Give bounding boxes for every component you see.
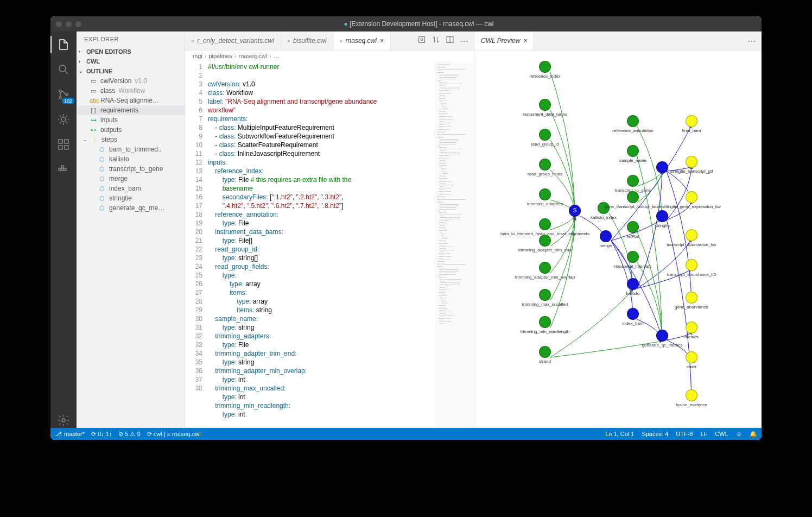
tab-rnaseq-cwl[interactable]: ▫rnaseq.cwl ×	[333, 31, 391, 50]
graph-preview[interactable]: reference_indexinstrument_data_bamsread_…	[474, 51, 762, 428]
graph-node-trimming_adapter_min_overlap[interactable]	[539, 262, 551, 274]
outline-cwlVersion[interactable]: ▭cwlVersion v1.0	[78, 76, 185, 86]
svg-point-13	[62, 419, 65, 422]
graph-node-kallisto[interactable]	[627, 278, 639, 290]
graph-node-S[interactable]: S	[569, 205, 581, 217]
graph-node-generate_qc_metrics[interactable]	[656, 330, 668, 342]
feedback-icon[interactable]: ☺	[736, 431, 742, 438]
graph-node-index_bam[interactable]	[627, 308, 639, 320]
tab-bisulfite-cwl[interactable]: ▫bisulfite.cwl	[281, 31, 334, 50]
graph-node-transcript_abundance_h5[interactable]	[686, 259, 697, 271]
traffic-lights[interactable]	[56, 21, 81, 27]
debug-icon[interactable]	[56, 112, 71, 127]
graph-node-reference_index[interactable]	[539, 61, 551, 73]
git-sync[interactable]: ⟳ 0↓ 1↑	[91, 431, 112, 438]
compare-icon[interactable]	[432, 35, 440, 46]
svg-rect-8	[65, 146, 68, 149]
graph-node-trimming_max_uncalled[interactable]	[539, 289, 551, 301]
svg-rect-12	[61, 166, 64, 168]
graph-node-gene_transcript_lookup_table[interactable]	[627, 191, 639, 203]
graph-node-sample_name[interactable]	[627, 145, 639, 157]
graph-node-stringtie_gene_expression_tsv[interactable]	[686, 191, 697, 203]
graph-node-read_group_id[interactable]	[539, 129, 551, 141]
graph-node-transcript_to_gene[interactable]	[627, 175, 639, 187]
outline-step-stringtie[interactable]: ⬡stringtie	[78, 193, 185, 203]
node-label: transcript_abundance_tsv	[667, 242, 716, 247]
graph-node-trimming_min_readlength[interactable]	[539, 316, 551, 328]
tab-r_only_detect_variants-cwl[interactable]: ▫r_only_detect_variants.cwl	[185, 31, 281, 50]
graph-node-read_group_fields[interactable]	[539, 159, 551, 171]
graph-node-stringtie_transcript_gtf[interactable]	[686, 156, 697, 168]
outline-section[interactable]: ⌄OUTLINE	[77, 66, 185, 76]
language-status[interactable]: ⟳ cwl | ≡ rnaseq.cwl	[147, 431, 201, 438]
tab-cwl-preview[interactable]: CWL Preview ×	[474, 31, 534, 50]
graph-node-ribosomal_intervals[interactable]	[627, 251, 639, 263]
cwl-section[interactable]: ›CWL	[77, 56, 185, 66]
node-label: kallisto	[626, 291, 639, 296]
bell-icon[interactable]: 🔔	[750, 431, 757, 438]
git-branch[interactable]: ⎇ master*	[55, 431, 85, 438]
graph-node-transcript_abundance_tsv[interactable]	[686, 229, 697, 241]
scm-icon[interactable]: 102	[56, 87, 71, 102]
indentation[interactable]: Spaces: 4	[642, 431, 668, 438]
outline-step-transcript_to_gene[interactable]: ⬡transcript_to_gene	[78, 164, 185, 174]
breadcrumb[interactable]: mgi›pipelines›rnaseq.cwl›…	[185, 51, 474, 61]
graph-node-stringtie[interactable]	[656, 210, 668, 222]
node-label: trimming_adapter_min_overlap	[515, 275, 575, 280]
graph-node-final_bam[interactable]	[686, 115, 697, 127]
outline-outputs[interactable]: ⊷outputs	[78, 125, 185, 135]
minimap[interactable]: #!/usr/bin/env cwl-runnercwlVersion: v1.…	[436, 61, 474, 428]
more-icon[interactable]: ⋯	[460, 36, 468, 46]
statusbar: ⎇ master* ⟳ 0↓ 1↑ ⊘ 5 ⚠ 9 ⟳ cwl | ≡ rnas…	[50, 428, 762, 440]
graph-node-refFlat[interactable]	[627, 221, 639, 233]
svg-rect-9	[59, 168, 61, 171]
split-icon[interactable]	[446, 35, 454, 46]
outline-requirements[interactable]: [ ]requirements	[78, 105, 185, 115]
graph-node-chart[interactable]	[686, 351, 697, 363]
outline-step-kallisto[interactable]: ⬡kallisto	[78, 154, 185, 164]
preview-icon[interactable]	[417, 35, 426, 46]
graph-node-trimming_adapters[interactable]	[539, 188, 551, 200]
graph-node-gene_abundance[interactable]	[686, 292, 697, 304]
outline-step-generate_qc_me-[interactable]: ⬡generate_qc_me…	[78, 203, 185, 213]
extensions-icon[interactable]	[56, 137, 71, 152]
graph-node-bam_to_trimmed_fastq_and_hisat_alignments[interactable]	[539, 218, 551, 230]
problems[interactable]: ⊘ 5 ⚠ 9	[118, 431, 140, 438]
docker-icon[interactable]	[56, 162, 71, 177]
node-label: reference_index	[529, 74, 560, 79]
node-label: gene_transcript_lookup_table	[605, 204, 662, 209]
graph-node-metrics[interactable]	[686, 321, 697, 333]
search-icon[interactable]	[56, 62, 71, 77]
outline-inputs[interactable]: ⊶inputs	[78, 115, 185, 125]
outline-step-index_bam[interactable]: ⬡index_bam	[78, 184, 185, 193]
explorer-icon[interactable]	[56, 37, 71, 52]
outline-RNA-Seq-alignme-[interactable]: abcRNA-Seq alignme…	[78, 96, 185, 105]
close-icon[interactable]: ×	[523, 37, 527, 45]
graph-node-trimming_adapter_trim_end[interactable]	[539, 235, 551, 247]
graph-node-merge[interactable]	[600, 230, 612, 242]
gear-icon[interactable]	[56, 413, 71, 428]
window-title: ● [Extension Development Host] - rnaseq.…	[81, 20, 756, 28]
cursor-position[interactable]: Ln 1, Col 1	[605, 431, 634, 438]
node-label: ribosomal_intervals	[614, 264, 652, 269]
graph-node-fusion_evidence[interactable]	[686, 389, 697, 401]
node-label: stringtie	[655, 223, 670, 228]
eol[interactable]: LF	[700, 431, 707, 438]
node-label: sample_name	[619, 158, 646, 163]
outline-step-bam_to_trimmed-[interactable]: ⬡bam_to_trimmed..	[78, 144, 185, 154]
open-editors-section[interactable]: ›OPEN EDITORS	[77, 47, 185, 56]
code-editor[interactable]: 1234567891011121314151617181920212223242…	[185, 61, 474, 428]
lang-mode[interactable]: CWL	[715, 431, 728, 438]
close-icon[interactable]: ×	[380, 37, 384, 45]
graph-node-blue[interactable]	[656, 161, 668, 173]
graph-node-strand[interactable]	[539, 346, 551, 358]
outline-class[interactable]: ▭class Workflow	[78, 86, 185, 96]
node-label: stringtie_transcript_gtf	[670, 169, 713, 174]
outline-steps[interactable]: ⌄⋮steps	[78, 135, 185, 144]
graph-node-instrument_data_bams[interactable]	[539, 99, 551, 111]
svg-rect-6	[65, 140, 68, 143]
encoding[interactable]: UTF-8	[676, 431, 693, 438]
outline-step-merge[interactable]: ⬡merge	[78, 174, 185, 184]
graph-node-reference_annotation[interactable]	[627, 115, 639, 127]
more-icon[interactable]: ⋯	[747, 36, 756, 46]
